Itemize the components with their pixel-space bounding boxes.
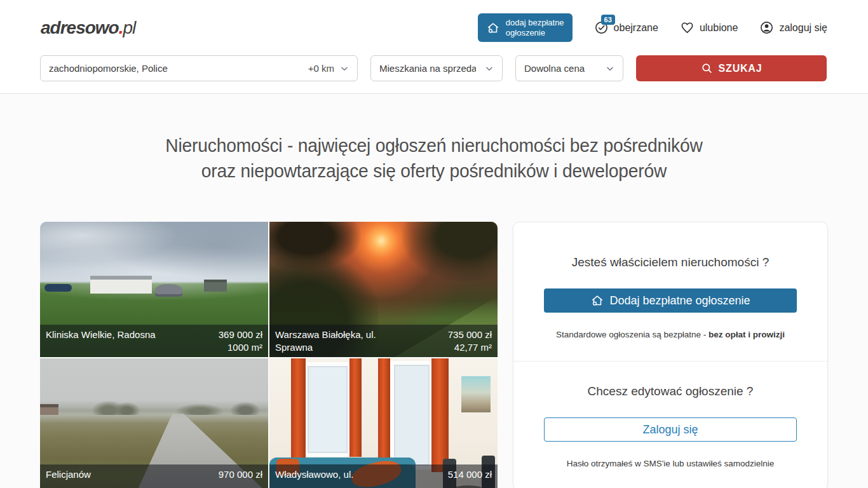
listing-overlay: Władysławowo, ul. 514 000 zł <box>269 464 498 488</box>
listing-overlay: Warszawa Białołęka, ul. Sprawna 735 000 … <box>269 325 498 357</box>
owner-section: Jesteś właścicielem nieruchomości ? Doda… <box>513 222 827 361</box>
listing-price-area: 970 000 zł <box>219 468 262 488</box>
main-content: Kliniska Wielkie, Radosna 369 000 zł 100… <box>0 222 868 488</box>
heart-icon <box>680 20 695 35</box>
location-input[interactable]: zachodniopomorskie, Police +0 km <box>40 55 358 81</box>
viewed-check-circle-icon: 63 <box>594 20 609 35</box>
listing-area: 1000 m² <box>219 341 262 354</box>
radius-value: +0 km <box>308 63 334 74</box>
listing-price: 369 000 zł <box>219 329 262 341</box>
page-title: Nieruchomości - najwięcej ogłoszeń nieru… <box>26 133 842 184</box>
house-add-icon <box>486 21 500 35</box>
category-value: Mieszkania na sprzedaż <box>379 63 476 74</box>
page-header: adresowo.pl dodaj bezpłatne ogłoszenie <box>0 0 868 94</box>
search-bar: zachodniopomorskie, Police +0 km Mieszka… <box>0 55 868 81</box>
favorites-label: ulubione <box>700 22 738 34</box>
add-free-listing-button[interactable]: Dodaj bezpłatne ogłoszenie <box>544 288 797 313</box>
listing-price-area: 369 000 zł 1000 m² <box>219 329 262 354</box>
listing-price: 970 000 zł <box>219 468 262 481</box>
search-button[interactable]: SZUKAJ <box>636 55 827 81</box>
header-top-row: adresowo.pl dodaj bezpłatne ogłoszenie <box>0 0 868 55</box>
chevron-down-icon <box>485 64 494 73</box>
listing-area: 42,77 m² <box>448 341 492 354</box>
login-button-label: Zaloguj się <box>642 423 698 437</box>
chevron-down-icon <box>340 64 349 73</box>
viewed-label: obejrzane <box>614 22 658 34</box>
logo-tld: pl <box>123 18 135 37</box>
price-value: Dowolna cena <box>524 63 585 74</box>
listing-price: 514 000 zł <box>448 468 492 481</box>
add-free-listing-label: Dodaj bezpłatne ogłoszenie <box>609 294 750 308</box>
owner-heading: Jesteś właścicielem nieruchomości ? <box>544 255 797 269</box>
nav-item-viewed[interactable]: 63 obejrzane <box>594 20 658 35</box>
listing-location: Warszawa Białołęka, ul. Sprawna <box>275 329 395 354</box>
listing-overlay: Felicjanów 970 000 zł <box>40 464 268 488</box>
login-button[interactable]: Zaloguj się <box>544 417 797 442</box>
listing-card[interactable]: Władysławowo, ul. 514 000 zł <box>269 358 498 488</box>
search-button-label: SZUKAJ <box>719 63 763 74</box>
edit-note: Hasło otrzymałeś w SMS'ie lub ustawiłeś … <box>544 459 797 468</box>
listing-card[interactable]: Kliniska Wielkie, Radosna 369 000 zł 100… <box>40 222 268 357</box>
viewed-count-badge: 63 <box>601 15 615 25</box>
nav-item-login[interactable]: zaloguj się <box>759 20 827 35</box>
logo[interactable]: adresowo.pl <box>41 18 135 38</box>
listing-location: Władysławowo, ul. <box>275 468 353 488</box>
edit-section: Chcesz edytować ogłoszenie ? Zaloguj się… <box>513 361 827 488</box>
listing-card[interactable]: Warszawa Białołęka, ul. Sprawna 735 000 … <box>269 222 498 357</box>
edit-heading: Chcesz edytować ogłoszenie ? <box>544 384 797 398</box>
listings-grid: Kliniska Wielkie, Radosna 369 000 zł 100… <box>40 222 498 488</box>
listing-card[interactable]: Felicjanów 970 000 zł <box>40 358 268 488</box>
radius-selector[interactable]: +0 km <box>308 63 349 74</box>
owner-note: Standardowe ogłoszenia są bezpłatne - be… <box>544 330 797 339</box>
listing-location: Felicjanów <box>46 468 91 488</box>
listing-price-area: 514 000 zł <box>448 468 492 488</box>
listing-location: Kliniska Wielkie, Radosna <box>46 329 156 354</box>
house-add-icon <box>590 294 604 308</box>
page-title-line1: Nieruchomości - najwięcej ogłoszeń nieru… <box>26 133 842 158</box>
listing-overlay: Kliniska Wielkie, Radosna 369 000 zł 100… <box>40 325 268 357</box>
nav-item-favorites[interactable]: ulubione <box>680 20 738 35</box>
category-select[interactable]: Mieszkania na sprzedaż <box>370 55 503 81</box>
add-listing-button[interactable]: dodaj bezpłatne ogłoszenie <box>478 13 573 42</box>
login-label: zaloguj się <box>779 22 827 34</box>
listing-price-area: 735 000 zł 42,77 m² <box>448 329 492 354</box>
price-select[interactable]: Dowolna cena <box>515 55 623 81</box>
add-listing-label: dodaj bezpłatne ogłoszenie <box>506 18 564 37</box>
header-nav: dodaj bezpłatne ogłoszenie 63 obejrzane <box>478 13 827 42</box>
page-title-line2: oraz niepowtarzające się oferty pośredni… <box>26 158 842 184</box>
listing-price: 735 000 zł <box>448 329 492 341</box>
logo-main: adresowo <box>41 18 119 37</box>
user-circle-icon <box>759 20 774 35</box>
location-value: zachodniopomorskie, Police <box>49 63 168 74</box>
search-icon <box>701 62 713 74</box>
chevron-down-icon <box>606 64 614 73</box>
owner-sidebar-panel: Jesteś właścicielem nieruchomości ? Doda… <box>513 222 828 488</box>
